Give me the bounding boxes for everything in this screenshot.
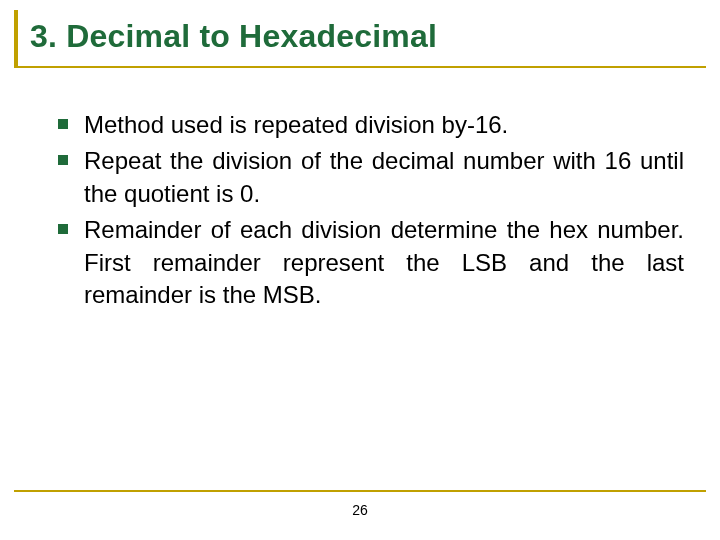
list-item: Remainder of each division determine the… [58,214,684,311]
title-accent-bar [14,10,18,66]
title-underline [14,66,706,68]
list-item-text: Repeat the division of the decimal numbe… [84,145,684,210]
title-block: 3. Decimal to Hexadecimal [0,0,720,65]
list-item: Repeat the division of the decimal numbe… [58,145,684,210]
list-item-text: Method used is repeated division by-16. [84,109,508,141]
slide: 3. Decimal to Hexadecimal Method used is… [0,0,720,540]
list-item-text: Remainder of each division determine the… [84,214,684,311]
content-area: Method used is repeated division by-16. … [0,65,720,311]
page-number: 26 [0,502,720,518]
square-bullet-icon [58,224,68,234]
bottom-rule [14,490,706,492]
square-bullet-icon [58,119,68,129]
slide-title: 3. Decimal to Hexadecimal [30,18,720,55]
square-bullet-icon [58,155,68,165]
list-item: Method used is repeated division by-16. [58,109,684,141]
